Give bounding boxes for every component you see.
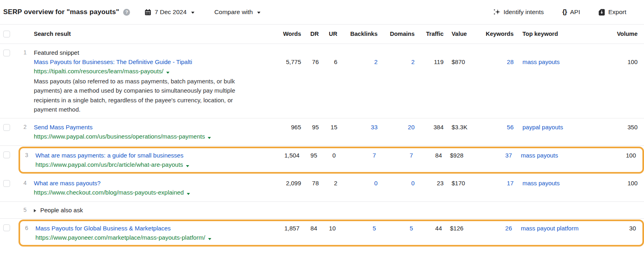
result-url[interactable]: https://www.payoneer.com/marketplace/mas…	[35, 234, 205, 241]
top-keyword-link[interactable]: paypal payouts	[522, 124, 563, 131]
expand-arrow-icon[interactable]	[34, 209, 36, 212]
domains-link[interactable]: 5	[376, 224, 413, 242]
api-button[interactable]: {} API	[562, 8, 580, 16]
serp-results-table: Search result Words DR UR Backlinks Doma…	[0, 24, 644, 247]
orange-highlight-ring: 3 What are mass payments: a guide for sm…	[19, 147, 644, 174]
url-dropdown-caret[interactable]	[208, 238, 211, 240]
identify-intents-label: Identify intents	[504, 8, 544, 16]
dr-value: 84	[299, 224, 317, 242]
domains-link[interactable]: 20	[378, 122, 415, 141]
table-row-people-also-ask: 5 People also ask	[0, 202, 644, 219]
url-dropdown-caret[interactable]	[186, 165, 189, 167]
result-title-link[interactable]: Send Mass Payments	[34, 122, 93, 132]
row-checkbox[interactable]	[3, 124, 10, 131]
column-header-value[interactable]: Value	[444, 29, 473, 39]
keywords-link[interactable]: 26	[472, 224, 512, 242]
braces-icon: {}	[562, 8, 567, 16]
page-title: SERP overview for "mass payouts"	[3, 8, 119, 16]
domains-link[interactable]: 7	[376, 151, 413, 170]
toolbar: SERP overview for "mass payouts" ? 7 Dec…	[0, 0, 644, 24]
ur-value: 15	[319, 122, 337, 141]
column-header-backlinks[interactable]: Backlinks	[337, 29, 378, 39]
backlinks-link[interactable]: 0	[337, 178, 378, 197]
row-checkbox[interactable]	[3, 180, 10, 187]
words-value: 2,099	[272, 178, 301, 197]
result-position: 1	[19, 48, 34, 114]
result-title-link[interactable]: What are mass payments: a guide for smal…	[35, 151, 184, 160]
result-title-link[interactable]: Mass Payouts for Businesses: The Definit…	[34, 57, 192, 66]
domains-link[interactable]: 2	[378, 48, 415, 114]
column-header-keywords[interactable]: Keywords	[473, 29, 514, 39]
orange-highlight-ring: 6 Mass Payouts for Global Business & Mar…	[19, 220, 644, 247]
url-dropdown-caret[interactable]	[208, 137, 211, 139]
dr-value: 95	[301, 122, 319, 141]
table-row: 4 What are mass payouts? https://www.che…	[0, 174, 644, 202]
column-header-words[interactable]: Words	[272, 29, 301, 39]
traffic-value: 23	[415, 178, 444, 197]
url-dropdown-caret[interactable]	[166, 72, 169, 74]
top-keyword-link[interactable]: mass payouts	[522, 58, 560, 65]
words-value: 1,857	[270, 224, 299, 242]
table-row: 2 Send Mass Payments https://www.paypal.…	[0, 118, 644, 146]
keywords-link[interactable]: 37	[472, 151, 512, 170]
result-position: 4	[19, 178, 34, 197]
keywords-link[interactable]: 17	[473, 178, 514, 197]
date-picker-button[interactable]: 7 Dec 2024	[144, 8, 194, 16]
result-position: 6	[20, 224, 35, 242]
row-checkbox[interactable]	[3, 50, 10, 56]
top-keyword-link[interactable]: mass payouts	[522, 180, 560, 187]
backlinks-link[interactable]: 33	[337, 122, 378, 141]
chevron-down-icon	[257, 12, 260, 14]
api-label: API	[570, 8, 580, 16]
result-url[interactable]: https://www.paypal.com/us/business/opera…	[34, 133, 205, 140]
chevron-down-icon	[191, 12, 194, 14]
dr-value: 95	[299, 151, 317, 170]
row-checkbox[interactable]	[3, 224, 10, 231]
column-header-ur[interactable]: UR	[319, 29, 337, 39]
volume-value: 100	[605, 178, 644, 197]
backlinks-link[interactable]: 5	[336, 224, 376, 242]
people-also-ask-label[interactable]: People also ask	[40, 207, 83, 213]
ur-value: 10	[317, 224, 336, 242]
compare-with-button[interactable]: Compare with	[215, 8, 261, 16]
featured-snippet-label: Featured snippet	[34, 48, 267, 57]
column-header-volume[interactable]: Volume	[605, 29, 644, 39]
row-checkbox[interactable]	[3, 151, 10, 158]
traffic-value: 44	[413, 224, 442, 242]
column-header-dr[interactable]: DR	[301, 29, 319, 39]
result-position: 5	[19, 205, 34, 215]
export-file-icon	[599, 9, 605, 16]
words-value: 5,775	[272, 48, 301, 114]
identify-intents-button[interactable]: Identify intents	[493, 8, 544, 16]
traffic-value: 384	[415, 122, 444, 141]
column-header-search-result[interactable]: Search result	[34, 29, 272, 39]
dr-value: 78	[301, 178, 319, 197]
traffic-value: 84	[413, 151, 442, 170]
result-title-link[interactable]: What are mass payouts?	[34, 178, 101, 188]
keywords-link[interactable]: 56	[473, 122, 514, 141]
ur-value: 0	[317, 151, 336, 170]
result-url[interactable]: https://www.paypal.com/us/brc/article/wh…	[35, 161, 183, 168]
help-icon[interactable]: ?	[123, 9, 130, 16]
column-header-traffic[interactable]: Traffic	[415, 29, 444, 39]
backlinks-link[interactable]: 2	[337, 48, 378, 114]
value-value: $928	[442, 151, 472, 170]
url-dropdown-caret[interactable]	[187, 193, 190, 195]
volume-value: 100	[605, 48, 644, 114]
domains-link[interactable]: 0	[378, 178, 415, 197]
ur-value: 6	[319, 48, 337, 114]
compare-with-label: Compare with	[215, 8, 253, 16]
top-keyword-link[interactable]: mass payouts	[521, 152, 558, 159]
result-url[interactable]: https://tipalti.com/resources/learn/mass…	[34, 68, 163, 75]
result-title-link[interactable]: Mass Payouts for Global Business & Marke…	[35, 224, 171, 233]
keywords-link[interactable]: 28	[473, 48, 514, 114]
select-all-checkbox[interactable]	[3, 31, 10, 37]
table-header-row: Search result Words DR UR Backlinks Doma…	[0, 25, 644, 44]
top-keyword-link[interactable]: mass payout platform	[521, 225, 578, 232]
result-url[interactable]: https://www.checkout.com/blog/mass-payou…	[34, 189, 184, 196]
result-description: Mass payouts (also referred to as mass p…	[34, 77, 253, 114]
column-header-top-keyword[interactable]: Top keyword	[514, 29, 605, 39]
column-header-domains[interactable]: Domains	[378, 29, 415, 39]
export-button[interactable]: Export	[599, 8, 626, 16]
backlinks-link[interactable]: 7	[336, 151, 376, 170]
